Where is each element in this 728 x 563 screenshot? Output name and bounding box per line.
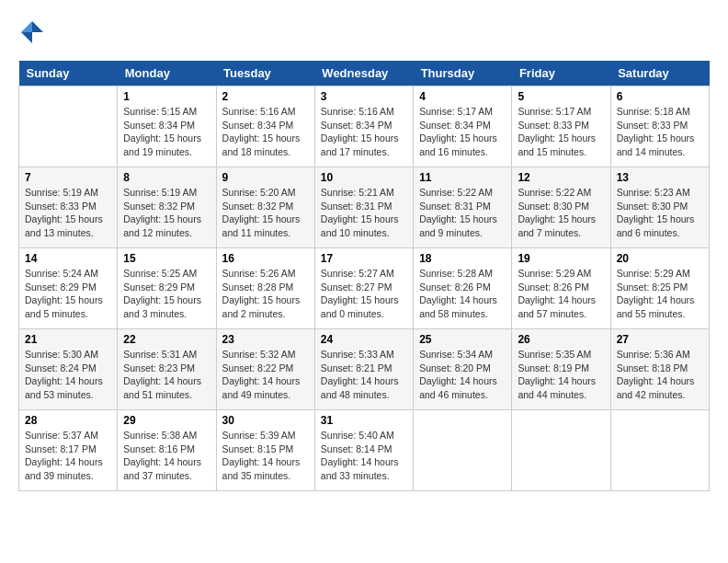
calendar-cell: 13Sunrise: 5:23 AM Sunset: 8:30 PM Dayli…	[610, 167, 709, 248]
day-number: 24	[321, 333, 407, 346]
cell-content: Sunrise: 5:17 AM Sunset: 8:33 PM Dayligh…	[518, 105, 604, 159]
calendar-table: SundayMondayTuesdayWednesdayThursdayFrid…	[18, 61, 710, 491]
cell-content: Sunrise: 5:16 AM Sunset: 8:34 PM Dayligh…	[321, 105, 407, 159]
day-number: 17	[321, 252, 407, 265]
calendar-cell: 7Sunrise: 5:19 AM Sunset: 8:33 PM Daylig…	[19, 167, 118, 248]
day-number: 11	[419, 171, 506, 184]
day-number: 30	[222, 414, 309, 427]
day-number: 3	[321, 90, 407, 103]
calendar-cell: 3Sunrise: 5:16 AM Sunset: 8:34 PM Daylig…	[314, 86, 413, 167]
calendar-cell: 16Sunrise: 5:26 AM Sunset: 8:28 PM Dayli…	[216, 248, 314, 329]
header-saturday: Saturday	[610, 61, 709, 86]
cell-content: Sunrise: 5:23 AM Sunset: 8:30 PM Dayligh…	[617, 186, 703, 240]
day-number: 23	[222, 333, 309, 346]
cell-content: Sunrise: 5:16 AM Sunset: 8:34 PM Dayligh…	[222, 105, 309, 159]
day-number: 29	[123, 414, 210, 427]
calendar-cell: 14Sunrise: 5:24 AM Sunset: 8:29 PM Dayli…	[19, 248, 118, 329]
day-number: 12	[518, 171, 604, 184]
calendar-cell: 4Sunrise: 5:17 AM Sunset: 8:34 PM Daylig…	[414, 86, 512, 167]
cell-content: Sunrise: 5:24 AM Sunset: 8:29 PM Dayligh…	[25, 267, 111, 321]
cell-content: Sunrise: 5:37 AM Sunset: 8:17 PM Dayligh…	[25, 429, 111, 483]
cell-content: Sunrise: 5:18 AM Sunset: 8:33 PM Dayligh…	[617, 105, 703, 159]
cell-content: Sunrise: 5:25 AM Sunset: 8:29 PM Dayligh…	[123, 267, 210, 321]
calendar-cell: 25Sunrise: 5:34 AM Sunset: 8:20 PM Dayli…	[414, 329, 512, 410]
calendar-cell: 23Sunrise: 5:32 AM Sunset: 8:22 PM Dayli…	[216, 329, 314, 410]
header-wednesday: Wednesday	[314, 61, 413, 86]
calendar-cell	[610, 410, 709, 491]
day-number: 19	[518, 252, 604, 265]
calendar-cell	[414, 410, 512, 491]
calendar-cell: 22Sunrise: 5:31 AM Sunset: 8:23 PM Dayli…	[118, 329, 216, 410]
day-number: 21	[25, 333, 111, 346]
calendar-cell: 5Sunrise: 5:17 AM Sunset: 8:33 PM Daylig…	[512, 86, 610, 167]
header-sunday: Sunday	[19, 61, 118, 86]
day-number: 15	[123, 252, 210, 265]
svg-marker-0	[32, 21, 43, 32]
calendar-cell: 26Sunrise: 5:35 AM Sunset: 8:19 PM Dayli…	[512, 329, 610, 410]
cell-content: Sunrise: 5:22 AM Sunset: 8:30 PM Dayligh…	[518, 186, 604, 240]
cell-content: Sunrise: 5:30 AM Sunset: 8:24 PM Dayligh…	[25, 348, 111, 402]
cell-content: Sunrise: 5:34 AM Sunset: 8:20 PM Dayligh…	[419, 348, 506, 402]
page-header	[18, 18, 710, 46]
calendar-cell: 18Sunrise: 5:28 AM Sunset: 8:26 PM Dayli…	[414, 248, 512, 329]
header-friday: Friday	[512, 61, 610, 86]
calendar-cell: 12Sunrise: 5:22 AM Sunset: 8:30 PM Dayli…	[512, 167, 610, 248]
cell-content: Sunrise: 5:27 AM Sunset: 8:27 PM Dayligh…	[321, 267, 407, 321]
cell-content: Sunrise: 5:20 AM Sunset: 8:32 PM Dayligh…	[222, 186, 309, 240]
day-number: 28	[25, 414, 111, 427]
calendar-cell: 10Sunrise: 5:21 AM Sunset: 8:31 PM Dayli…	[314, 167, 413, 248]
calendar-cell: 6Sunrise: 5:18 AM Sunset: 8:33 PM Daylig…	[610, 86, 709, 167]
day-number: 27	[617, 333, 703, 346]
day-number: 31	[321, 414, 407, 427]
calendar-cell: 9Sunrise: 5:20 AM Sunset: 8:32 PM Daylig…	[216, 167, 314, 248]
day-number: 26	[518, 333, 604, 346]
calendar-cell	[512, 410, 610, 491]
cell-content: Sunrise: 5:33 AM Sunset: 8:21 PM Dayligh…	[321, 348, 407, 402]
calendar-week-1: 7Sunrise: 5:19 AM Sunset: 8:33 PM Daylig…	[19, 167, 710, 248]
cell-content: Sunrise: 5:31 AM Sunset: 8:23 PM Dayligh…	[123, 348, 210, 402]
calendar-week-4: 28Sunrise: 5:37 AM Sunset: 8:17 PM Dayli…	[19, 410, 710, 491]
svg-marker-1	[21, 21, 32, 32]
cell-content: Sunrise: 5:21 AM Sunset: 8:31 PM Dayligh…	[321, 186, 407, 240]
logo	[18, 18, 50, 46]
calendar-cell: 27Sunrise: 5:36 AM Sunset: 8:18 PM Dayli…	[610, 329, 709, 410]
cell-content: Sunrise: 5:26 AM Sunset: 8:28 PM Dayligh…	[222, 267, 309, 321]
calendar-cell: 15Sunrise: 5:25 AM Sunset: 8:29 PM Dayli…	[118, 248, 216, 329]
cell-content: Sunrise: 5:29 AM Sunset: 8:26 PM Dayligh…	[518, 267, 604, 321]
cell-content: Sunrise: 5:28 AM Sunset: 8:26 PM Dayligh…	[419, 267, 506, 321]
cell-content: Sunrise: 5:15 AM Sunset: 8:34 PM Dayligh…	[123, 105, 210, 159]
day-number: 4	[419, 90, 506, 103]
cell-content: Sunrise: 5:22 AM Sunset: 8:31 PM Dayligh…	[419, 186, 506, 240]
day-number: 9	[222, 171, 309, 184]
day-number: 1	[123, 90, 210, 103]
calendar-cell: 1Sunrise: 5:15 AM Sunset: 8:34 PM Daylig…	[118, 86, 216, 167]
cell-content: Sunrise: 5:29 AM Sunset: 8:25 PM Dayligh…	[617, 267, 703, 321]
calendar-cell: 20Sunrise: 5:29 AM Sunset: 8:25 PM Dayli…	[610, 248, 709, 329]
cell-content: Sunrise: 5:40 AM Sunset: 8:14 PM Dayligh…	[321, 429, 407, 483]
day-number: 5	[518, 90, 604, 103]
cell-content: Sunrise: 5:39 AM Sunset: 8:15 PM Dayligh…	[222, 429, 309, 483]
logo-icon	[18, 18, 46, 46]
calendar-cell: 11Sunrise: 5:22 AM Sunset: 8:31 PM Dayli…	[414, 167, 512, 248]
calendar-cell: 17Sunrise: 5:27 AM Sunset: 8:27 PM Dayli…	[314, 248, 413, 329]
cell-content: Sunrise: 5:38 AM Sunset: 8:16 PM Dayligh…	[123, 429, 210, 483]
calendar-cell: 30Sunrise: 5:39 AM Sunset: 8:15 PM Dayli…	[216, 410, 314, 491]
calendar-week-3: 21Sunrise: 5:30 AM Sunset: 8:24 PM Dayli…	[19, 329, 710, 410]
calendar-week-2: 14Sunrise: 5:24 AM Sunset: 8:29 PM Dayli…	[19, 248, 710, 329]
cell-content: Sunrise: 5:19 AM Sunset: 8:32 PM Dayligh…	[123, 186, 210, 240]
calendar-cell: 19Sunrise: 5:29 AM Sunset: 8:26 PM Dayli…	[512, 248, 610, 329]
day-number: 2	[222, 90, 309, 103]
cell-content: Sunrise: 5:32 AM Sunset: 8:22 PM Dayligh…	[222, 348, 309, 402]
day-number: 6	[617, 90, 703, 103]
calendar-header-row: SundayMondayTuesdayWednesdayThursdayFrid…	[19, 61, 710, 86]
day-number: 14	[25, 252, 111, 265]
day-number: 25	[419, 333, 506, 346]
day-number: 7	[25, 171, 111, 184]
calendar-cell: 24Sunrise: 5:33 AM Sunset: 8:21 PM Dayli…	[314, 329, 413, 410]
day-number: 16	[222, 252, 309, 265]
day-number: 20	[617, 252, 703, 265]
header-thursday: Thursday	[414, 61, 512, 86]
calendar-cell: 2Sunrise: 5:16 AM Sunset: 8:34 PM Daylig…	[216, 86, 314, 167]
calendar-cell: 31Sunrise: 5:40 AM Sunset: 8:14 PM Dayli…	[314, 410, 413, 491]
day-number: 18	[419, 252, 506, 265]
